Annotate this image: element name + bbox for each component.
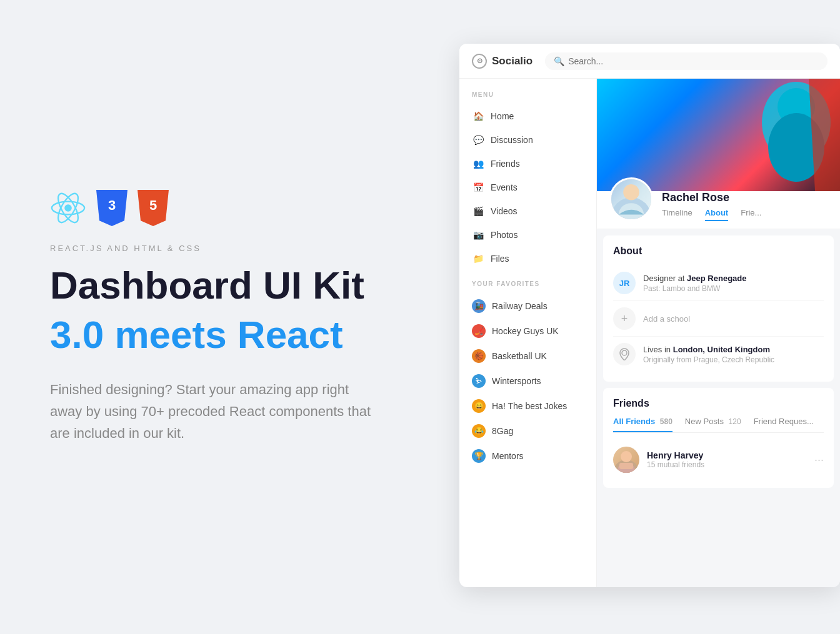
8gag-icon: 😂	[472, 424, 486, 438]
svg-rect-14	[619, 463, 633, 469]
basketball-icon: 🏀	[472, 349, 486, 363]
sidebar-item-events[interactable]: 📅 Events	[459, 176, 596, 199]
sidebar-label-wintersports: Wintersports	[492, 376, 541, 386]
location-city: London, United Kingdom	[673, 345, 770, 354]
menu-section-label: MENU	[459, 91, 596, 104]
sidebar: MENU 🏠 Home 💬 Discussion 👥 Friends 📅 Eve…	[459, 79, 597, 587]
friend-more-button[interactable]: ···	[814, 453, 824, 467]
hockey-icon: 🏒	[472, 324, 486, 338]
discussion-icon: 💬	[472, 134, 484, 146]
friends-icon: 👥	[472, 157, 484, 170]
jokes-icon: 😄	[472, 399, 486, 413]
profile-name-area: Rachel Rose Timeline About Frie...	[662, 191, 828, 221]
sidebar-item-mentors[interactable]: 🏆 Mentors	[459, 443, 596, 468]
profile-info-bar: Rachel Rose Timeline About Frie...	[597, 191, 840, 229]
sidebar-label-events: Events	[491, 182, 518, 192]
brand-icon: ⊙	[472, 54, 487, 69]
search-icon: 🔍	[554, 56, 564, 66]
all-friends-label: All Friends	[613, 417, 655, 426]
about-job-item: JR Designer at Jeep Renegade Past: Lambo…	[613, 265, 824, 301]
tech-icons: 3 5	[50, 190, 409, 226]
search-bar[interactable]: 🔍	[545, 52, 828, 70]
favorites-section: YOUR FAVORITES 🚂 Railway Deals 🏒 Hockey …	[459, 280, 596, 468]
sidebar-label-8gag: 8Gag	[492, 426, 513, 436]
svg-point-12	[621, 451, 632, 462]
profile-content: Rachel Rose Timeline About Frie... About…	[597, 79, 840, 587]
sidebar-item-discussion[interactable]: 💬 Discussion	[459, 128, 596, 152]
sidebar-label-hockey: Hockey Guys UK	[492, 326, 559, 336]
about-location-item: Lives in London, United Kingdom Original…	[613, 337, 824, 372]
job-sub: Past: Lambo and BMW	[643, 284, 824, 293]
job-company: Jeep Renegade	[687, 274, 746, 283]
friends-tab-all[interactable]: All Friends 580	[613, 417, 672, 432]
meets-text: 3.0 meets	[50, 313, 238, 356]
tab-about[interactable]: About	[705, 208, 729, 221]
sidebar-label-files: Files	[491, 254, 509, 264]
sidebar-item-photos[interactable]: 📷 Photos	[459, 223, 596, 247]
friends-section: Friends All Friends 580 New Posts 120 Fr…	[603, 388, 834, 488]
wintersports-icon: ⛷	[472, 374, 486, 388]
tab-friends[interactable]: Frie...	[741, 208, 761, 221]
left-panel: 3 5 REACT.JS AND HTML & CSS Dashboard UI…	[0, 0, 459, 634]
friends-tab-requests[interactable]: Friend Reques...	[754, 417, 814, 432]
app-mockup: ⊙ Socialio 🔍 MENU 🏠 Home 💬 Discussion 👥 …	[459, 44, 840, 587]
new-posts-count: 120	[729, 417, 741, 426]
requests-label: Friend Reques...	[754, 417, 814, 426]
sidebar-item-videos[interactable]: 🎬 Videos	[459, 199, 596, 223]
photos-icon: 📷	[472, 229, 484, 241]
files-icon: 📁	[472, 252, 484, 265]
sidebar-item-hockey[interactable]: 🏒 Hockey Guys UK	[459, 319, 596, 344]
plus-icon: +	[621, 312, 628, 325]
about-school-item[interactable]: + Add a school	[613, 301, 824, 337]
sidebar-item-8gag[interactable]: 😂 8Gag	[459, 419, 596, 443]
sidebar-label-photos: Photos	[491, 230, 518, 240]
sidebar-label-videos: Videos	[491, 206, 518, 216]
cover-art	[715, 79, 840, 191]
friends-tab-newposts[interactable]: New Posts 120	[685, 417, 741, 432]
sidebar-label-home: Home	[491, 111, 514, 121]
sidebar-item-home[interactable]: 🏠 Home	[459, 104, 596, 128]
job-text: Designer at Jeep Renegade Past: Lambo an…	[643, 274, 824, 293]
tab-timeline[interactable]: Timeline	[662, 208, 692, 221]
brand: ⊙ Socialio	[472, 54, 532, 69]
sidebar-item-basketball[interactable]: 🏀 Basketball UK	[459, 344, 596, 369]
school-text: Add a school	[643, 314, 824, 324]
sidebar-item-railway[interactable]: 🚂 Railway Deals	[459, 294, 596, 319]
sidebar-label-basketball: Basketball UK	[492, 351, 547, 361]
profile-name: Rachel Rose	[662, 191, 828, 204]
avatar-img	[611, 179, 651, 219]
sidebar-label-discussion: Discussion	[491, 135, 533, 145]
profile-cover	[597, 79, 840, 191]
job-initials: JR	[619, 279, 630, 288]
location-sub: Originally from Prague, Czech Republic	[643, 355, 824, 364]
friend-name: Henry Harvey	[647, 450, 807, 460]
sidebar-label-friends: Friends	[491, 159, 520, 169]
about-section: About JR Designer at Jeep Renegade Past:…	[603, 235, 834, 382]
html5-icon: 5	[138, 190, 169, 226]
sidebar-item-friends[interactable]: 👥 Friends	[459, 152, 596, 176]
main-title: Dashboard UI Kit	[50, 264, 409, 307]
add-school-label: Add a school	[643, 314, 824, 324]
home-icon: 🏠	[472, 110, 484, 122]
friend-avatar	[613, 447, 639, 473]
main-content: MENU 🏠 Home 💬 Discussion 👥 Friends 📅 Eve…	[459, 79, 840, 587]
about-title: About	[613, 245, 824, 257]
friends-title: Friends	[613, 398, 824, 409]
top-nav: ⊙ Socialio 🔍	[459, 44, 840, 79]
svg-point-8	[623, 184, 639, 201]
sidebar-label-railway: Railway Deals	[492, 301, 548, 311]
search-input[interactable]	[568, 56, 819, 66]
location-main: Lives in London, United Kingdom	[643, 345, 824, 354]
sidebar-item-wintersports[interactable]: ⛷ Wintersports	[459, 369, 596, 394]
sidebar-label-mentors: Mentors	[492, 451, 524, 461]
sidebar-item-files[interactable]: 📁 Files	[459, 247, 596, 270]
videos-icon: 🎬	[472, 205, 484, 217]
friend-item: Henry Harvey 15 mutual friends ···	[613, 442, 824, 478]
job-icon: JR	[613, 272, 636, 294]
profile-avatar	[609, 177, 653, 221]
location-icon	[613, 343, 636, 365]
sidebar-item-jokes[interactable]: 😄 Ha! The best Jokes	[459, 394, 596, 419]
meets-line: 3.0 meets React	[50, 312, 409, 358]
profile-tabs: Timeline About Frie...	[662, 208, 828, 221]
friends-tabs: All Friends 580 New Posts 120 Friend Req…	[613, 417, 824, 433]
